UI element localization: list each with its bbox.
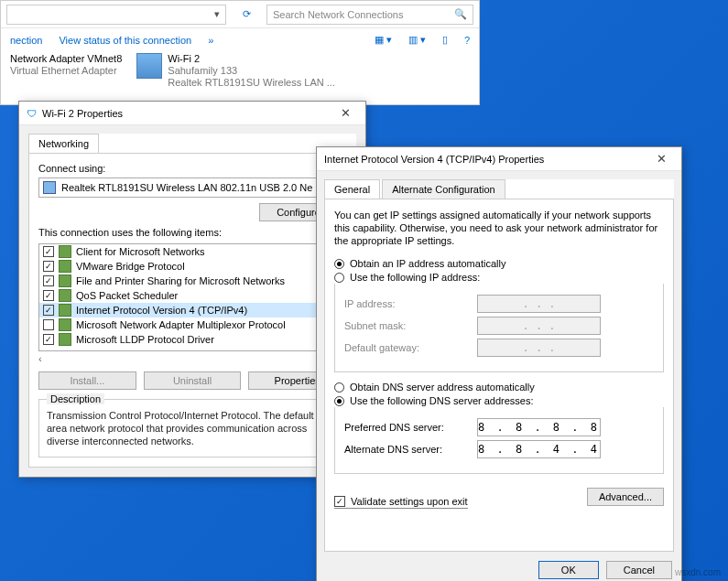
list-item[interactable]: ✓Client for Microsoft Networks xyxy=(39,244,345,259)
item-label: Client for Microsoft Networks xyxy=(76,246,205,257)
address-toolbar: ▾ ⟳ Search Network Connections 🔍 xyxy=(1,1,479,28)
tcpipv4-properties-dialog: Internet Protocol Version 4 (TCP/IPv4) P… xyxy=(316,146,682,581)
item-label: QoS Packet Scheduler xyxy=(76,290,178,301)
component-icon xyxy=(59,245,71,258)
tab-networking[interactable]: Networking xyxy=(28,134,99,153)
link-view-status[interactable]: View status of this connection xyxy=(59,35,191,46)
description-group: Description Transmission Control Protoco… xyxy=(38,399,346,457)
adapter-title: Network Adapter VMnet8 xyxy=(10,53,122,65)
dialog-title: Internet Protocol Version 4 (TCP/IPv4) P… xyxy=(324,154,544,165)
ok-button[interactable]: OK xyxy=(538,561,599,579)
titlebar[interactable]: Internet Protocol Version 4 (TCP/IPv4) P… xyxy=(317,147,681,171)
tabs: General Alternate Configuration xyxy=(324,179,674,199)
adapter-title: Wi-Fi 2 xyxy=(168,53,335,65)
advanced-button[interactable]: Advanced... xyxy=(587,488,664,506)
adapter-sub2: Realtek RTL8191SU Wireless LAN ... xyxy=(168,77,335,89)
item-label: Internet Protocol Version 4 (TCP/IPv4) xyxy=(76,305,247,316)
validate-checkbox[interactable]: ✓ Validate settings upon exit xyxy=(334,496,468,509)
checkbox-icon[interactable]: ✓ xyxy=(43,290,54,301)
wifi2-properties-dialog: 🛡 Wi-Fi 2 Properties ✕ Networking Connec… xyxy=(18,101,366,478)
close-icon[interactable]: ✕ xyxy=(648,152,674,166)
tab-alternate[interactable]: Alternate Configuration xyxy=(382,179,505,199)
list-item[interactable]: ✓Internet Protocol Version 4 (TCP/IPv4) xyxy=(39,303,345,317)
radio-icon xyxy=(334,259,344,269)
alt-dns-label: Alternate DNS server: xyxy=(344,444,477,455)
item-label: VMware Bridge Protocol xyxy=(76,261,185,272)
help-icon[interactable]: ? xyxy=(464,35,470,46)
item-label: File and Printer Sharing for Microsoft N… xyxy=(76,275,285,286)
description-label: Description xyxy=(47,393,104,404)
component-icon xyxy=(59,274,71,287)
radio-icon xyxy=(334,396,344,406)
checkbox-icon[interactable]: ✓ xyxy=(43,246,54,257)
radio-auto-dns[interactable]: Obtain DNS server address automatically xyxy=(334,382,664,393)
titlebar[interactable]: 🛡 Wi-Fi 2 Properties ✕ xyxy=(19,102,365,125)
checkbox-icon[interactable] xyxy=(43,319,54,330)
scroll-left-icon[interactable]: ‹ xyxy=(38,353,42,364)
item-label: Microsoft LLDP Protocol Driver xyxy=(76,334,214,345)
radio-auto-ip[interactable]: Obtain an IP address automatically xyxy=(334,258,664,269)
pref-dns-input[interactable]: 8 . 8 . 8 . 8 xyxy=(477,418,601,436)
network-connections-window: ▾ ⟳ Search Network Connections 🔍 nection… xyxy=(0,0,480,105)
adapter-wifi2[interactable]: Wi-Fi 2 Sahufamily 133 Realtek RTL8191SU… xyxy=(136,53,335,89)
view-icon[interactable]: ▦ ▾ xyxy=(375,34,392,46)
list-item[interactable]: ✓QoS Packet Scheduler xyxy=(39,288,345,303)
checkbox-icon[interactable]: ✓ xyxy=(43,305,54,316)
checkbox-icon[interactable]: ✓ xyxy=(43,261,54,272)
command-bar: nection View status of this connection »… xyxy=(1,28,479,51)
subnet-label: Subnet mask: xyxy=(344,320,477,331)
preview-pane-icon[interactable]: ▯ xyxy=(442,34,448,46)
uninstall-button[interactable]: Uninstall xyxy=(144,371,242,390)
connect-using-label: Connect using: xyxy=(38,163,346,174)
checkbox-icon[interactable]: ✓ xyxy=(43,334,54,345)
item-label: Microsoft Network Adapter Multiplexor Pr… xyxy=(76,319,286,330)
adapter-sub1: Sahufamily 133 xyxy=(168,65,335,77)
subnet-input: . . . xyxy=(477,317,601,335)
wifi-icon xyxy=(136,53,162,79)
dns-group: Preferred DNS server:8 . 8 . 8 . 8 Alter… xyxy=(334,407,664,474)
items-list[interactable]: ✓Client for Microsoft Networks✓VMware Br… xyxy=(38,243,346,351)
gateway-input: . . . xyxy=(477,339,601,357)
close-icon[interactable]: ✕ xyxy=(332,106,358,120)
shield-icon: 🛡 xyxy=(27,108,37,119)
watermark: wsxdn.com xyxy=(675,567,721,577)
component-icon xyxy=(59,289,71,302)
search-icon: 🔍 xyxy=(454,8,467,20)
description-text: Transmission Control Protocol/Internet P… xyxy=(47,409,338,447)
adapter-field[interactable]: Realtek RTL8191SU Wireless LAN 802.11n U… xyxy=(38,178,346,198)
component-icon xyxy=(59,333,71,346)
ip-address-label: IP address: xyxy=(344,298,477,309)
alt-dns-input[interactable]: 8 . 8 . 4 . 4 xyxy=(477,440,601,458)
list-item[interactable]: Microsoft Network Adapter Multiplexor Pr… xyxy=(39,317,345,332)
radio-manual-dns[interactable]: Use the following DNS server addresses: xyxy=(334,395,664,406)
component-icon xyxy=(59,318,71,331)
gateway-label: Default gateway: xyxy=(344,342,477,353)
group-icon[interactable]: ▥ ▾ xyxy=(408,34,426,46)
adapter-vmnet8[interactable]: Network Adapter VMnet8 Virtual Ethernet … xyxy=(10,53,122,89)
pref-dns-label: Preferred DNS server: xyxy=(344,422,477,433)
list-item[interactable]: ✓Microsoft LLDP Protocol Driver xyxy=(39,332,345,347)
search-placeholder: Search Network Connections xyxy=(273,9,403,20)
ip-group: IP address:. . . Subnet mask:. . . Defau… xyxy=(334,284,664,372)
adapter-sub: Virtual Ethernet Adapter xyxy=(10,65,122,77)
uses-items-label: This connection uses the following items… xyxy=(38,227,346,238)
ip-address-input: . . . xyxy=(477,295,601,313)
tab-general[interactable]: General xyxy=(324,179,380,199)
list-item[interactable]: ✓VMware Bridge Protocol xyxy=(39,259,345,274)
search-input[interactable]: Search Network Connections 🔍 xyxy=(266,5,473,25)
install-button[interactable]: Install... xyxy=(38,371,136,390)
refresh-icon[interactable]: ⟳ xyxy=(235,8,257,20)
list-item[interactable]: ✓File and Printer Sharing for Microsoft … xyxy=(39,274,345,288)
breadcrumb-bar[interactable]: ▾ xyxy=(6,5,226,25)
explain-text: You can get IP settings assigned automat… xyxy=(334,209,664,247)
checkbox-icon: ✓ xyxy=(334,496,345,507)
checkbox-icon[interactable]: ✓ xyxy=(43,275,54,286)
cancel-button[interactable]: Cancel xyxy=(606,561,672,579)
radio-manual-ip[interactable]: Use the following IP address: xyxy=(334,272,664,283)
radio-icon xyxy=(334,382,344,393)
component-icon xyxy=(59,304,71,317)
link-connection[interactable]: nection xyxy=(10,35,42,46)
tabs: Networking xyxy=(28,134,356,154)
nic-icon xyxy=(43,181,56,194)
radio-icon xyxy=(334,273,344,283)
